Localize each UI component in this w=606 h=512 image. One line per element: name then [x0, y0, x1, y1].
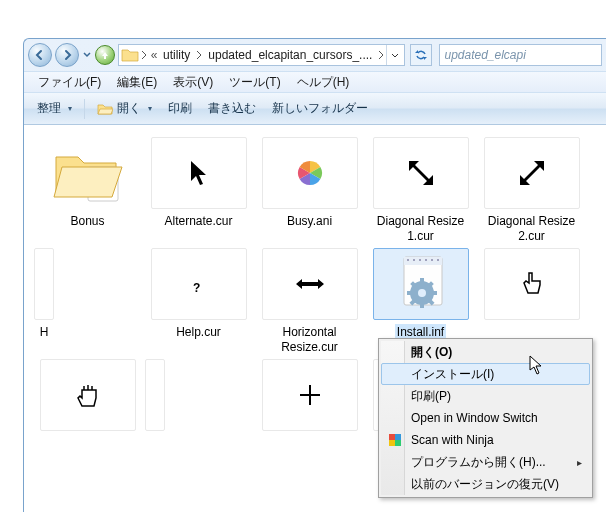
ctx-scan-ninja[interactable]: Scan with Ninja	[381, 429, 590, 451]
up-arrow-icon	[100, 50, 110, 60]
help-cursor-icon: ?	[187, 270, 211, 298]
ctx-label: Scan with Ninja	[411, 433, 494, 447]
file-label	[86, 435, 90, 437]
hand-point-icon	[518, 269, 546, 299]
svg-rect-13	[420, 278, 424, 284]
ctx-open-with[interactable]: プログラムから開く(H)...	[381, 451, 590, 473]
forward-arrow-icon	[61, 49, 73, 61]
crumb-level2[interactable]: updated_elcapitan_cursors_....	[204, 45, 376, 65]
svg-point-8	[425, 259, 427, 261]
file-label: Alternate.cur	[162, 213, 234, 230]
svg-rect-15	[407, 291, 413, 295]
folder-icon	[48, 143, 128, 203]
svg-text:?: ?	[193, 281, 200, 295]
folder-icon	[121, 47, 139, 63]
refresh-button[interactable]	[410, 44, 432, 66]
svg-rect-22	[389, 434, 395, 440]
open-label: 開く	[117, 100, 141, 117]
svg-point-5	[407, 259, 409, 261]
file-label: Horizontal Resize.cur	[260, 324, 360, 356]
precision-cross-icon	[296, 381, 324, 409]
file-item[interactable]	[145, 359, 165, 437]
file-label	[530, 324, 534, 326]
menu-view[interactable]: 表示(V)	[165, 72, 221, 92]
ctx-print[interactable]: 印刷(P)	[381, 385, 590, 407]
ctx-install[interactable]: インストール(I)	[381, 363, 590, 385]
svg-rect-4	[404, 257, 442, 265]
menu-tools[interactable]: ツール(T)	[221, 72, 288, 92]
busy-spinner-icon	[295, 158, 325, 188]
crumb-level1[interactable]: utility	[159, 45, 194, 65]
open-button[interactable]: 開く	[90, 97, 159, 121]
hand-grab-icon	[74, 380, 102, 410]
breadcrumb[interactable]: « utility updated_elcapitan_cursors_....	[118, 44, 405, 66]
menu-bar: ファイル(F) 編集(E) 表示(V) ツール(T) ヘルプ(H)	[24, 71, 606, 93]
file-item[interactable]: H	[34, 248, 54, 356]
toolbar: 整理 開く 印刷 書き込む 新しいフォルダー	[24, 93, 606, 125]
svg-point-12	[418, 289, 426, 297]
context-menu: 開く(O) インストール(I) 印刷(P) Open in Window Swi…	[378, 338, 593, 498]
svg-rect-25	[395, 440, 401, 446]
file-label: Help.cur	[174, 324, 223, 341]
file-label: Diagonal Resize 2.cur	[482, 213, 582, 245]
back-arrow-icon	[34, 49, 46, 61]
file-item[interactable]	[34, 359, 141, 437]
svg-point-9	[431, 259, 433, 261]
menu-file[interactable]: ファイル(F)	[30, 72, 109, 92]
open-folder-icon	[97, 102, 113, 116]
diagonal-nesw-icon	[514, 155, 550, 191]
file-label: H	[38, 324, 51, 341]
svg-rect-23	[395, 434, 401, 440]
ctx-open[interactable]: 開く(O)	[381, 341, 590, 363]
file-item[interactable]: Busy.ani	[256, 137, 363, 245]
search-input[interactable]: updated_elcapi	[439, 44, 602, 66]
organize-button[interactable]: 整理	[30, 97, 79, 121]
svg-rect-24	[389, 440, 395, 446]
file-item[interactable]: Diagonal Resize 2.cur	[478, 137, 585, 245]
svg-point-10	[437, 259, 439, 261]
inf-file-icon	[394, 253, 448, 315]
breadcrumb-dropdown[interactable]	[386, 45, 402, 65]
file-item[interactable]: Diagonal Resize 1.cur	[367, 137, 474, 245]
refresh-icon	[415, 49, 427, 61]
file-item[interactable]	[256, 359, 363, 437]
file-item[interactable]: Alternate.cur	[145, 137, 252, 245]
diagonal-nwse-icon	[403, 155, 439, 191]
menu-edit[interactable]: 編集(E)	[109, 72, 165, 92]
svg-rect-16	[431, 291, 437, 295]
print-button[interactable]: 印刷	[161, 97, 199, 121]
menu-help[interactable]: ヘルプ(H)	[289, 72, 358, 92]
up-button[interactable]	[95, 45, 115, 65]
forward-button[interactable]	[55, 43, 79, 67]
file-label: Bonus	[68, 213, 106, 230]
file-item[interactable]: Horizontal Resize.cur	[256, 248, 363, 356]
cursor-arrow-icon	[187, 159, 211, 187]
folder-item[interactable]: Bonus	[34, 137, 141, 245]
back-button[interactable]	[28, 43, 52, 67]
svg-rect-14	[420, 302, 424, 308]
nav-history-chevron-icon[interactable]	[82, 45, 92, 65]
file-item[interactable]: ? Help.cur	[145, 248, 252, 356]
horizontal-resize-icon	[292, 276, 328, 292]
file-label: Diagonal Resize 1.cur	[371, 213, 471, 245]
ninja-icon	[387, 432, 403, 448]
ctx-open-window-switch[interactable]: Open in Window Switch	[381, 407, 590, 429]
newfolder-button[interactable]: 新しいフォルダー	[265, 97, 375, 121]
svg-point-7	[419, 259, 421, 261]
address-bar: « utility updated_elcapitan_cursors_....…	[24, 39, 606, 71]
svg-point-6	[413, 259, 415, 261]
file-label: Busy.ani	[285, 213, 334, 230]
burn-button[interactable]: 書き込む	[201, 97, 263, 121]
ctx-restore-versions[interactable]: 以前のバージョンの復元(V)	[381, 473, 590, 495]
